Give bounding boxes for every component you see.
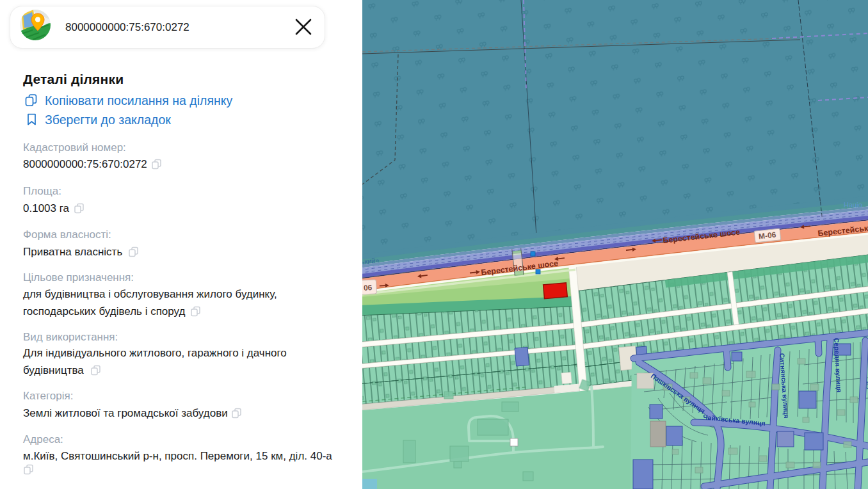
svg-text:Націо: Націо — [844, 201, 862, 209]
svg-text:06: 06 — [364, 283, 373, 293]
svg-text:М-06: М-06 — [758, 230, 776, 241]
